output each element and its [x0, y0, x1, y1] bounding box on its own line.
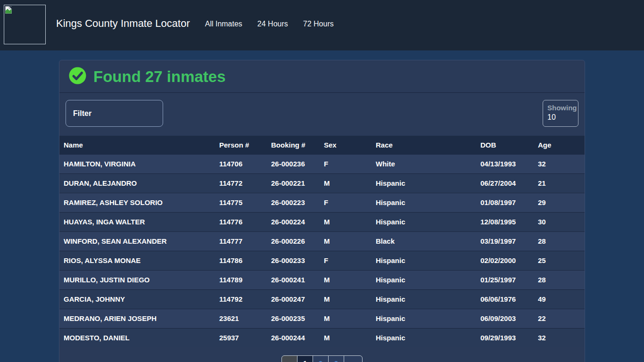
cell-person: 114775 [215, 193, 267, 212]
cell-dob: 06/06/1976 [476, 289, 534, 309]
cell-sex: M [320, 212, 372, 231]
column-header-race: Race [372, 136, 476, 154]
cell-race: Hispanic [372, 270, 476, 289]
cell-dob: 01/25/1997 [476, 270, 534, 289]
cell-person: 114706 [215, 154, 267, 173]
cell-person: 114792 [215, 289, 267, 309]
table-row[interactable]: MODESTO, DANIEL 25937 26-000244 M Hispan… [59, 328, 585, 347]
cell-sex: M [320, 309, 372, 328]
page-button-3[interactable]: 3 [328, 355, 344, 362]
cell-race: Hispanic [372, 212, 476, 231]
filter-toggle[interactable]: Filter [66, 100, 163, 127]
table-controls: Filter Showing 10 [59, 93, 585, 127]
cell-age: 32 [534, 154, 585, 173]
cell-age: 30 [534, 212, 585, 231]
cell-booking: 26-000226 [267, 231, 320, 251]
nav-link-24-hours[interactable]: 24 Hours [250, 16, 296, 32]
cell-person: 114772 [215, 173, 267, 193]
cell-booking: 26-000224 [267, 212, 320, 231]
table-row[interactable]: HUAYAS, INGA WALTER 114776 26-000224 M H… [59, 212, 585, 231]
cell-sex: M [320, 173, 372, 193]
cell-race: Hispanic [372, 251, 476, 270]
table-row[interactable]: MURILLO, JUSTIN DIEGO 114789 26-000241 M… [59, 270, 585, 289]
page-button-2[interactable]: 2 [313, 355, 329, 362]
cell-sex: M [320, 289, 372, 309]
cell-age: 28 [534, 231, 585, 251]
cell-person: 114777 [215, 231, 267, 251]
cell-sex: M [320, 328, 372, 347]
navbar: Kings County Inmate Locator All Inmates … [0, 0, 644, 50]
cell-race: Hispanic [372, 193, 476, 212]
cell-name: MURILLO, JUSTIN DIEGO [59, 270, 215, 289]
cell-race: Hispanic [372, 289, 476, 309]
cell-person: 25937 [215, 328, 267, 347]
cell-booking: 26-000221 [267, 173, 320, 193]
nav-link-72-hours[interactable]: 72 Hours [296, 16, 341, 32]
cell-booking: 26-000223 [267, 193, 320, 212]
table-row[interactable]: DURAN, ALEJANDRO 114772 26-000221 M Hisp… [59, 173, 585, 193]
cell-booking: 26-000244 [267, 328, 320, 347]
cell-sex: F [320, 154, 372, 173]
inmates-table: Name Person # Booking # Sex Race DOB Age… [59, 136, 585, 347]
cell-dob: 01/08/1997 [476, 193, 534, 212]
cell-dob: 12/08/1995 [476, 212, 534, 231]
cell-name: DURAN, ALEJANDRO [59, 173, 215, 193]
logo-broken-image [4, 5, 46, 44]
cell-race: Hispanic [372, 173, 476, 193]
cell-name: WINFORD, SEAN ALEXANDER [59, 231, 215, 251]
previous-page-button[interactable]: « [281, 355, 297, 362]
cell-name: HUAYAS, INGA WALTER [59, 212, 215, 231]
cell-person: 114786 [215, 251, 267, 270]
cell-name: MEDRANO, ARIEN JOSEPH [59, 309, 215, 328]
cell-booking: 26-000247 [267, 289, 320, 309]
cell-age: 22 [534, 309, 585, 328]
cell-sex: M [320, 231, 372, 251]
cell-race: Hispanic [372, 309, 476, 328]
cell-name: RAMIREZ, ASHLEY SOLORIO [59, 193, 215, 212]
cell-booking: 26-000241 [267, 270, 320, 289]
next-page-button[interactable]: » [344, 355, 363, 362]
cell-person: 114776 [215, 212, 267, 231]
cell-name: RIOS, ALYSSA MONAE [59, 251, 215, 270]
cell-booking: 26-000235 [267, 309, 320, 328]
cell-race: Black [372, 231, 476, 251]
column-header-person: Person # [215, 136, 267, 154]
results-count-heading: Found 27 inmates [93, 68, 226, 86]
table-header-row: Name Person # Booking # Sex Race DOB Age [59, 136, 585, 154]
table-row[interactable]: MEDRANO, ARIEN JOSEPH 23621 26-000235 M … [59, 309, 585, 328]
cell-dob: 02/02/2000 [476, 251, 534, 270]
table-row[interactable]: GARCIA, JOHNNY 114792 26-000247 M Hispan… [59, 289, 585, 309]
table-row[interactable]: RIOS, ALYSSA MONAE 114786 26-000233 F Hi… [59, 251, 585, 270]
cell-age: 29 [534, 193, 585, 212]
cell-age: 28 [534, 270, 585, 289]
showing-label: Showing [547, 104, 578, 112]
table-row[interactable]: RAMIREZ, ASHLEY SOLORIO 114775 26-000223… [59, 193, 585, 212]
column-header-age: Age [534, 136, 585, 154]
cell-race: Hispanic [372, 328, 476, 347]
app-title: Kings County Inmate Locator [56, 17, 190, 30]
showing-count-select[interactable]: Showing 10 [543, 100, 578, 127]
cell-sex: F [320, 251, 372, 270]
results-card: Found 27 inmates Filter Showing 10 Name … [59, 60, 585, 362]
cell-age: 32 [534, 328, 585, 347]
cell-name: MODESTO, DANIEL [59, 328, 215, 347]
results-banner: Found 27 inmates [59, 60, 585, 93]
cell-race: White [372, 154, 476, 173]
check-circle-icon [69, 67, 86, 86]
column-header-name: Name [59, 136, 215, 154]
cell-dob: 09/29/1993 [476, 328, 534, 347]
cell-name: GARCIA, JOHNNY [59, 289, 215, 309]
cell-dob: 06/27/2004 [476, 173, 534, 193]
cell-age: 49 [534, 289, 585, 309]
cell-age: 21 [534, 173, 585, 193]
table-row[interactable]: WINFORD, SEAN ALEXANDER 114777 26-000226… [59, 231, 585, 251]
cell-dob: 06/09/2003 [476, 309, 534, 328]
cell-booking: 26-000233 [267, 251, 320, 270]
column-header-booking: Booking # [267, 136, 320, 154]
cell-name: HAMILTON, VIRGINIA [59, 154, 215, 173]
table-row[interactable]: HAMILTON, VIRGINIA 114706 26-000236 F Wh… [59, 154, 585, 173]
cell-person: 114789 [215, 270, 267, 289]
nav-link-all-inmates[interactable]: All Inmates [198, 16, 250, 32]
page-button-1[interactable]: 1 [297, 355, 313, 362]
cell-sex: F [320, 193, 372, 212]
